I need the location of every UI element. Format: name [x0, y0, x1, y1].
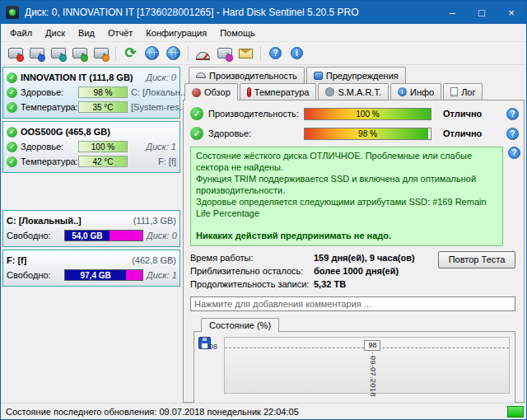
- partition-size: (462,8 GB): [132, 255, 176, 265]
- info-icon: i: [398, 87, 407, 96]
- tab-log[interactable]: Лог: [443, 83, 483, 100]
- performance-ok-icon: ✓: [190, 107, 203, 120]
- x-axis-date-label: 09.07.2018: [369, 356, 377, 397]
- disk-sidebar: ✓ INNOVATION IT (111,8 GB) Диск: 0 ✓ Здо…: [2, 67, 180, 403]
- window-title: Диск: 0, INNOVATION IT [1736028001265] -…: [25, 7, 437, 18]
- comment-input[interactable]: [190, 296, 515, 311]
- stats-block: Время работы: 159 дня(ей), 9 часа(ов) Пр…: [190, 251, 515, 291]
- partition-panel-f[interactable]: F: [f] (462,8 GB) Свободно: 97,4 GB Диск…: [2, 250, 180, 287]
- stat-value: более 1000 дня(ей): [314, 266, 399, 276]
- partition-ref: [System-res...: [131, 102, 187, 112]
- disk-number: Диск: 1: [147, 270, 177, 280]
- tab-performance[interactable]: Производительность: [189, 67, 305, 83]
- toolbar-separator: [260, 46, 261, 61]
- temperature-label: Температура:: [21, 102, 75, 112]
- close-button[interactable]: ×: [497, 1, 526, 24]
- menu-report[interactable]: Отчёт: [101, 26, 139, 40]
- retest-button[interactable]: Повтор Теста: [438, 251, 515, 268]
- partition-size: (111,3 GB): [133, 216, 176, 226]
- menu-bar: Файл Диск Вид Отчёт Конфигурация Помощь: [1, 24, 526, 42]
- tab-row-secondary: Производительность Предупреждения: [183, 67, 525, 83]
- free-space-bar: 97,4 GB: [64, 269, 143, 281]
- tab-label: Предупреждения: [326, 71, 399, 81]
- help-icon[interactable]: ?: [506, 128, 519, 140]
- tab-smart[interactable]: S.M.A.R.T.: [318, 83, 389, 100]
- disk-control-icon[interactable]: [91, 44, 110, 63]
- stats-list: Время работы: 159 дня(ей), 9 часа(ов) Пр…: [190, 251, 415, 291]
- partition-panel-c[interactable]: C: [Локальный..] (111,3 GB) Свободно: 54…: [2, 210, 180, 247]
- help-icon[interactable]: ?: [266, 44, 285, 63]
- disk-panel-1[interactable]: ✓ OOS500G (465,8 GB) ✓ Здоровье: 100 % Д…: [2, 121, 180, 173]
- performance-gauge-icon[interactable]: [194, 44, 212, 63]
- overview-icon: [192, 88, 201, 97]
- app-icon: [6, 6, 19, 19]
- health-meter: 100 %: [78, 141, 128, 152]
- health-row: ✓ Здоровье: 98 % Отлично ?: [190, 125, 520, 142]
- sidebar-spacer: [2, 175, 180, 210]
- disk-ok-icon: ✓: [7, 127, 17, 138]
- tab-alerts[interactable]: Предупреждения: [306, 67, 406, 83]
- partition-ref: F: [f]: [158, 156, 176, 166]
- health-ok-icon: ✓: [7, 142, 17, 152]
- menu-configuration[interactable]: Конфигурация: [139, 26, 213, 40]
- used-segment: 97,4 GB: [65, 270, 126, 280]
- disk-name: OOS500G (465,8 GB): [21, 127, 110, 137]
- temperature-ok-icon: ✓: [7, 156, 17, 167]
- tab-row-primary: Обзор Температура S.M.A.R.T. i Инфо Лог: [183, 83, 525, 100]
- status-indicator: [507, 406, 524, 418]
- temperature-label: Температура:: [21, 156, 75, 166]
- performance-row: ✓ Производительность: 100 % Отлично ?: [190, 105, 520, 122]
- status-text: Состояние последнего обновления: 09.07.2…: [6, 407, 299, 417]
- health-label: Здоровье:: [21, 142, 75, 152]
- minimize-button[interactable]: –: [437, 1, 467, 24]
- disk-report-icon[interactable]: [6, 44, 25, 63]
- used-segment: 54,0 GB: [65, 231, 110, 240]
- stat-row-remaining: Приблизительно осталось: более 1000 дня(…: [190, 264, 415, 278]
- tab-label: Температура: [254, 87, 310, 97]
- info-icon[interactable]: i: [287, 44, 306, 63]
- disk-panel-0[interactable]: ✓ INNOVATION IT (111,8 GB) Диск: 0 ✓ Здо…: [2, 67, 180, 119]
- disk-details-icon[interactable]: [49, 44, 68, 63]
- partition-name: F: [f]: [7, 255, 26, 265]
- tab-info[interactable]: i Инфо: [390, 83, 441, 100]
- free-label: Свободно:: [7, 270, 61, 280]
- tab-label: Лог: [461, 87, 475, 97]
- app-window: Диск: 0, INNOVATION IT [1736028001265] -…: [0, 0, 527, 420]
- tab-temperature[interactable]: Температура: [240, 83, 317, 100]
- stat-row-power-on: Время работы: 159 дня(ей), 9 часа(ов): [190, 251, 415, 264]
- toolbar-separator: [115, 46, 116, 61]
- chart-tab-health-percent[interactable]: Состояние (%): [201, 318, 279, 332]
- free-space-bar: 54,0 GB: [64, 230, 143, 241]
- tab-label: S.M.A.R.T.: [338, 87, 381, 97]
- data-point-label: 98: [364, 340, 380, 351]
- disk-name: INNOVATION IT (111,8 GB): [21, 72, 133, 82]
- disk-tools-icon[interactable]: [215, 44, 234, 63]
- chart-body: 98 98 09.07.2018: [194, 331, 515, 407]
- disk-surface-test-icon[interactable]: [27, 44, 46, 63]
- mail-report-icon[interactable]: [236, 44, 255, 63]
- summary-action: Никаких действий предпринимать не надо.: [196, 231, 497, 242]
- help-icon[interactable]: ?: [508, 147, 520, 159]
- health-bar: 98 %: [304, 128, 431, 140]
- add-disk-icon[interactable]: [70, 44, 89, 63]
- gear-icon: [325, 87, 334, 96]
- tab-overview[interactable]: Обзор: [184, 83, 238, 100]
- maximize-button[interactable]: □: [467, 1, 497, 24]
- menu-help[interactable]: Помощь: [213, 26, 262, 40]
- temperature-meter: 42 °C: [78, 156, 128, 167]
- comment-wrap: [190, 296, 515, 311]
- performance-bar: 100 %: [304, 108, 431, 120]
- free-segment: [126, 270, 142, 280]
- refresh-icon[interactable]: ⟳: [121, 44, 140, 63]
- chart-plot: 98 09.07.2018: [224, 337, 510, 394]
- menu-disk[interactable]: Диск: [39, 26, 72, 40]
- content-area: Производительность Предупреждения Обзор …: [183, 67, 525, 403]
- stat-label: Время работы:: [190, 253, 314, 263]
- stat-row-written: Продолжительность записи: 5,32 TB: [190, 278, 415, 291]
- menu-view[interactable]: Вид: [72, 26, 101, 40]
- website-globe-icon[interactable]: [142, 44, 161, 63]
- help-icon[interactable]: ?: [506, 108, 519, 120]
- stat-value: 159 дня(ей), 9 часа(ов): [314, 253, 415, 263]
- online-update-globe-icon[interactable]: [164, 44, 183, 63]
- menu-file[interactable]: Файл: [3, 26, 39, 40]
